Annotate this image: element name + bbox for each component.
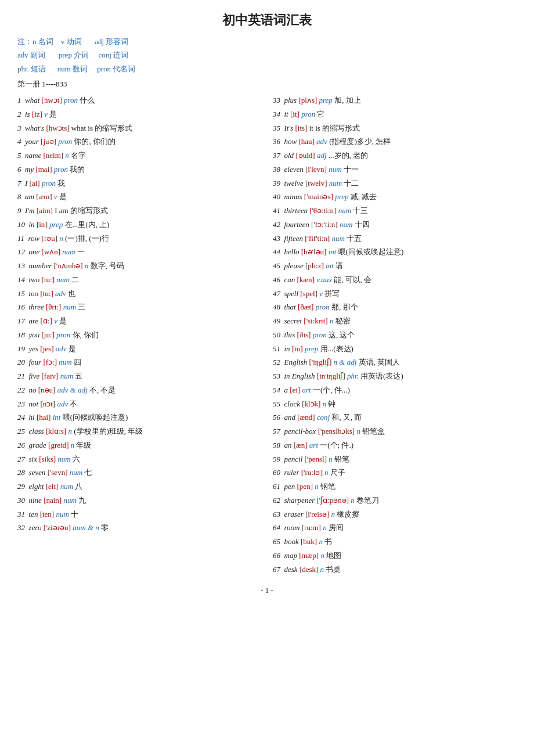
list-item: 23 not [nɔt] adv 不: [17, 398, 267, 411]
entry-word: your: [25, 137, 39, 146]
entry-number: 3: [17, 124, 21, 132]
entry-word: number: [29, 261, 52, 270]
entry-pos: n: [59, 234, 63, 243]
entry-definition: 减, 减去: [351, 192, 377, 201]
entry-pos: pron: [58, 137, 72, 146]
entry-definition: 五: [75, 372, 82, 380]
entry-word: name: [25, 151, 41, 160]
entry-pos: pron: [42, 179, 56, 188]
entry-pos: n: [356, 427, 360, 435]
list-item: 56 and [ænd] conj 和, 又, 而: [273, 411, 517, 424]
entry-pronunciation: ['iŋgliʃ]: [309, 358, 331, 366]
entry-pos: n & adj: [334, 358, 357, 366]
list-item: 6 my [mai] pron 我的: [17, 163, 267, 177]
list-item: 29 eight [eit] num 八: [17, 480, 267, 494]
entry-pronunciation: [twelv]: [305, 179, 327, 188]
entry-word: and: [284, 413, 296, 422]
entry-word: what: [25, 96, 39, 105]
entry-word: it: [284, 110, 288, 118]
entry-definition: 什么: [80, 96, 95, 105]
entry-word: spell: [284, 289, 299, 298]
list-item: 13 number ['nʌmbə] n 数字, 号码: [17, 260, 267, 273]
entry-word: an: [284, 441, 292, 449]
entry-pos: n: [315, 482, 319, 491]
list-item: 4 your [juə] pron 你的, 你们的: [17, 135, 267, 149]
entry-pronunciation: [buk]: [301, 537, 317, 546]
entry-pos: num: [329, 165, 341, 174]
entry-pronunciation: [fɔ:]: [43, 358, 57, 366]
list-item: 54 a [ei] art 一(个, 件...): [273, 384, 517, 397]
legend-v: v 动词: [61, 37, 82, 46]
entry-definition: 用...(表达): [320, 344, 353, 353]
entry-definition: 卷笔刀: [356, 496, 379, 505]
entry-pronunciation: [hə'ləu]: [301, 247, 327, 256]
entry-pronunciation: [ænd]: [297, 413, 315, 422]
entry-word: two: [29, 275, 40, 284]
page-number: - 1 -: [17, 586, 517, 595]
entry-pronunciation: [aim]: [37, 206, 53, 215]
entry-pronunciation: [jes]: [40, 344, 53, 353]
entry-pronunciation: ['si:krit]: [304, 316, 327, 325]
list-item: 40 minus ['mainəs] prep 减, 减去: [273, 190, 517, 204]
entry-pronunciation: [ðæt]: [298, 303, 313, 311]
entry-pronunciation: ['fɔ:'ti:n]: [311, 220, 338, 229]
entry-pronunciation: [in'iŋgliʃ]: [317, 372, 345, 380]
entry-definition: 我: [57, 179, 65, 188]
entry-definition: 能, 可以, 会: [334, 275, 371, 284]
entry-pos: n: [68, 427, 72, 435]
entry-pos: num: [56, 510, 68, 519]
entry-pronunciation: [hwɔt]: [42, 96, 62, 105]
entry-pronunciation: ['mainəs]: [304, 192, 333, 201]
entry-number: 56: [273, 413, 280, 422]
entry-definition: 一(个; 件.): [320, 441, 353, 449]
entry-number: 62: [273, 496, 280, 505]
entry-number: 67: [273, 565, 280, 574]
entry-definition: 你, 你们: [73, 330, 99, 339]
list-item: 24 hi [hai] int 喂(问候或唤起注意): [17, 411, 267, 424]
legend-section: 注：n 名词 v 动词 adj 形容词 adv 副词 prep 介词 conj …: [17, 35, 517, 75]
entry-pronunciation: [juə]: [41, 137, 56, 146]
list-item: 27 six [siks] num 六: [17, 453, 267, 466]
entry-pronunciation: [ten]: [40, 510, 55, 519]
entry-word: map: [284, 551, 297, 560]
entry-pos: v: [319, 289, 323, 298]
entry-number: 24: [17, 413, 25, 422]
entry-number: 33: [273, 96, 280, 105]
entry-pos: art: [302, 386, 311, 394]
entry-definition: 十四: [355, 220, 370, 229]
entry-word: eraser: [284, 510, 304, 519]
entry-definition: 秘密: [335, 316, 351, 325]
entry-pronunciation: [greid]: [48, 441, 68, 449]
entry-definition: 钟: [328, 399, 335, 408]
entry-pos: n: [331, 510, 335, 519]
list-item: 26 grade [greid] n 年级: [17, 439, 267, 452]
entry-word: plus: [284, 96, 297, 105]
entry-pronunciation: [it]: [290, 110, 300, 118]
entry-word: English: [284, 358, 308, 366]
list-item: 53 in English [in'iŋgliʃ] phr. 用英语(表达): [273, 370, 517, 383]
entry-word: hello: [284, 247, 300, 256]
entry-number: 45: [273, 261, 280, 270]
entry-pronunciation: ['θə:ti:n]: [309, 206, 336, 215]
entry-number: 31: [17, 510, 25, 519]
entry-pos: pron: [54, 165, 68, 174]
entry-word: It's: [284, 124, 294, 132]
entry-pos: num: [63, 496, 76, 505]
entry-word: three: [29, 303, 44, 311]
entry-pos: adv & adj: [57, 386, 88, 394]
entry-definition: 喂(问候或唤起注意): [63, 413, 128, 422]
entry-word: ruler: [284, 468, 300, 477]
entry-word: room: [284, 523, 300, 532]
entry-number: 7: [17, 179, 21, 188]
entry-pronunciation: [plʌs]: [298, 96, 317, 105]
list-item: 50 this [ðis] pron 这, 这个: [273, 329, 517, 342]
entry-definition: 六: [73, 455, 80, 463]
entry-number: 2: [17, 110, 21, 118]
entry-pronunciation: [neim]: [43, 151, 63, 160]
list-item: 12 one [wʌn] num 一: [17, 246, 267, 259]
entry-number: 36: [273, 137, 280, 146]
list-item: 38 eleven [i'levn] num 十一: [273, 163, 517, 177]
list-item: 14 two [tu:] num 二: [17, 273, 267, 287]
entry-definition: 十二: [344, 179, 359, 188]
list-item: 2 is [iz] v 是: [17, 108, 267, 121]
